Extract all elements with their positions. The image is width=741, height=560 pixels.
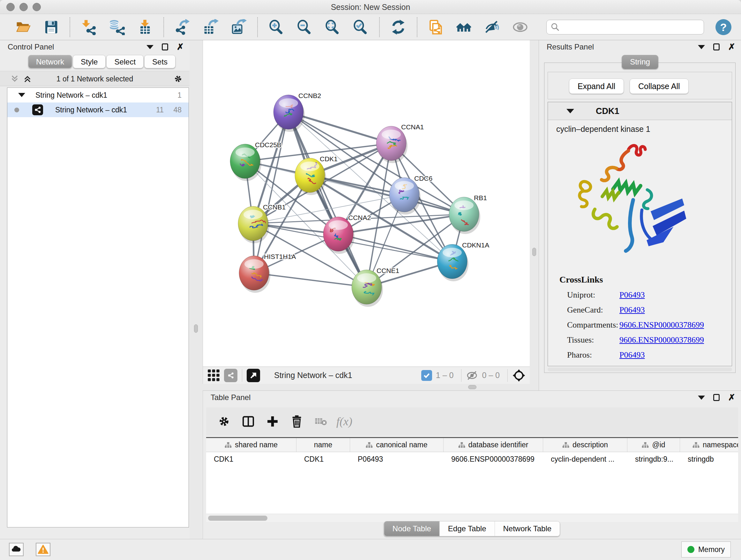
table-cell[interactable]: CDK1	[206, 452, 296, 466]
collection-expand-icon[interactable]	[18, 93, 25, 97]
export-network-button[interactable]	[173, 18, 192, 37]
network-node-CDC25B[interactable]	[230, 144, 261, 181]
table-cell[interactable]: cyclin-dependent ...	[543, 452, 627, 466]
network-overview-button[interactable]	[455, 18, 473, 37]
tab-style[interactable]: Style	[73, 55, 106, 68]
network-node-CDC6[interactable]	[389, 178, 421, 214]
table-cell[interactable]: stringdb	[680, 452, 738, 466]
float-panel-icon[interactable]	[713, 44, 720, 51]
gene-entry-header[interactable]: CDK1	[548, 102, 732, 120]
open-session-button[interactable]	[14, 18, 32, 37]
warnings-button[interactable]	[36, 543, 51, 556]
network-node-CCNA2[interactable]	[323, 217, 354, 254]
network-node-CCNB2[interactable]	[273, 95, 305, 132]
network-node-CDKN1A[interactable]	[437, 244, 468, 281]
expand-all-button[interactable]: Expand All	[569, 78, 624, 94]
table-cell[interactable]: stringdb:9...	[627, 452, 680, 466]
show-columns-icon[interactable]	[239, 413, 257, 430]
zoom-in-button[interactable]	[267, 18, 286, 37]
tab-node-table[interactable]: Node Table	[384, 521, 440, 536]
import-table-button[interactable]	[136, 18, 154, 37]
column-header-description[interactable]: description	[543, 438, 627, 452]
column-header-name[interactable]: name	[296, 438, 350, 452]
column-header-canonical-name[interactable]: canonical name	[350, 438, 444, 452]
fit-selected-crosshair-icon[interactable]	[512, 369, 526, 382]
tab-edge-table[interactable]: Edge Table	[440, 521, 495, 536]
clone-network-button[interactable]	[427, 18, 445, 37]
results-scrollbar[interactable]	[548, 368, 732, 371]
results-splitter[interactable]	[530, 40, 539, 390]
float-panel-icon[interactable]	[713, 394, 720, 401]
save-session-button[interactable]	[42, 18, 60, 37]
export-table-button[interactable]	[201, 18, 220, 37]
search-input[interactable]	[560, 21, 700, 34]
close-panel-icon[interactable]: ✗	[728, 44, 735, 51]
panel-menu-icon[interactable]	[698, 395, 705, 400]
column-header-namespace[interactable]: namespace	[680, 438, 738, 452]
tab-string[interactable]: String	[622, 55, 658, 69]
table-cell[interactable]: P06493	[350, 452, 444, 466]
table-row[interactable]: CDK1CDK1P064939606.ENSP00000378699cyclin…	[206, 452, 738, 466]
table-cell[interactable]: 9606.ENSP00000378699	[444, 452, 543, 466]
network-node-CCNB1[interactable]	[238, 206, 269, 243]
tab-network-table[interactable]: Network Table	[495, 521, 560, 536]
tab-network[interactable]: Network	[28, 55, 72, 68]
crosslink-link[interactable]: P06493	[619, 350, 645, 360]
delete-column-trash-icon[interactable]	[288, 413, 306, 430]
crosslink-link[interactable]: P06493	[619, 305, 645, 315]
table-cell[interactable]: CDK1	[296, 452, 350, 466]
tab-select[interactable]: Select	[106, 55, 144, 68]
export-image-button[interactable]	[229, 18, 248, 37]
network-options-gear-icon[interactable]	[173, 74, 183, 85]
network-edge[interactable]	[254, 112, 288, 273]
add-column-plus-icon[interactable]	[264, 413, 281, 430]
function-builder-icon[interactable]: f(x)	[336, 413, 352, 430]
float-panel-icon[interactable]	[162, 44, 168, 51]
network-row[interactable]: String Network – cdk1 11 48	[7, 103, 189, 117]
zoom-out-button[interactable]	[295, 18, 314, 37]
crosslink-link[interactable]: 9606.ENSP00000378699	[619, 320, 704, 330]
share-network-icon[interactable]	[224, 369, 238, 382]
selected-count-checkbox-icon[interactable]	[421, 370, 432, 381]
import-database-button[interactable]	[108, 18, 126, 37]
network-node-CCNA1[interactable]	[376, 126, 408, 163]
network-collection-row[interactable]: String Network – cdk1 1	[7, 88, 189, 103]
network-edge[interactable]	[288, 112, 367, 287]
scrollbar-thumb[interactable]	[208, 516, 267, 521]
column-header-shared-name[interactable]: shared name	[206, 438, 296, 452]
import-network-button[interactable]	[79, 18, 98, 37]
open-in-new-window-icon[interactable]	[247, 369, 260, 382]
refresh-button[interactable]	[389, 18, 408, 37]
help-button[interactable]: ?	[716, 19, 731, 35]
show-hidden-button[interactable]	[511, 18, 529, 37]
table-settings-gear-icon[interactable]	[215, 413, 233, 430]
tab-sets[interactable]: Sets	[144, 55, 176, 68]
entry-collapse-icon[interactable]	[566, 109, 574, 113]
zoom-fit-button[interactable]	[323, 18, 342, 37]
column-type-icon	[692, 442, 699, 448]
delete-table-icon[interactable]	[312, 413, 330, 430]
birdseye-grid-icon[interactable]	[207, 369, 220, 382]
column-header--id[interactable]: @id	[627, 438, 680, 452]
cloud-icon	[11, 544, 22, 555]
crosslink-link[interactable]: P06493	[619, 290, 645, 300]
collapse-all-button[interactable]: Collapse All	[630, 78, 689, 94]
cloud-status-button[interactable]	[9, 543, 23, 556]
crosslink-link[interactable]: 9606.ENSP00000378699	[619, 335, 704, 345]
network-edge[interactable]	[254, 273, 367, 287]
network-node-CDK1[interactable]	[295, 158, 326, 195]
network-canvas[interactable]: CCNB2CCNA1CDC25BCDC6RB1CCNB1CCNA2CDKN1AH…	[203, 40, 530, 367]
hide-selected-button[interactable]	[483, 18, 501, 37]
network-node-HIST1H1A[interactable]	[239, 256, 270, 293]
zoom-selected-button[interactable]	[351, 18, 370, 37]
memory-button[interactable]: Memory	[681, 542, 731, 557]
network-node-CCNE1[interactable]	[352, 270, 383, 307]
panel-menu-icon[interactable]	[698, 45, 705, 49]
close-panel-icon[interactable]: ✗	[728, 394, 735, 401]
network-node-RB1[interactable]	[449, 197, 480, 234]
column-header-database-identifier[interactable]: database identifier	[444, 438, 543, 452]
panel-menu-icon[interactable]	[146, 45, 153, 49]
horizontal-splitter[interactable]	[203, 384, 530, 390]
vertical-splitter[interactable]	[190, 40, 203, 539]
close-panel-icon[interactable]: ✗	[177, 44, 184, 51]
